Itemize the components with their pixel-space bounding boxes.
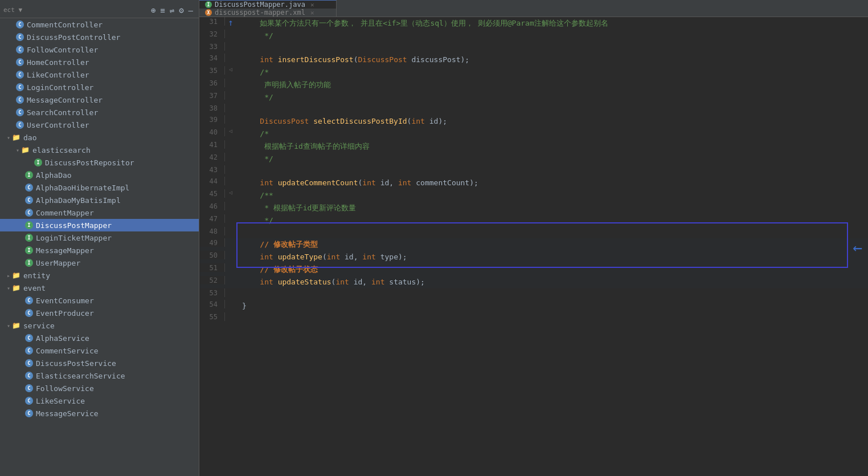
- class-label-followcontroller: FollowController: [27, 46, 98, 54]
- tree-item-commentmapper[interactable]: C CommentMapper: [0, 206, 199, 219]
- file-tree: ect ▼ ⊕ ≡ ⇌ ⚙ — C CommentController C Di…: [0, 0, 199, 476]
- toolbar-btn-settings[interactable]: ⚙: [177, 5, 186, 16]
- folder-elasticsearch[interactable]: ▾ 📁 elasticsearch: [0, 144, 199, 156]
- tree-item-alphadao[interactable]: I AlphaDao: [0, 169, 199, 181]
- line-content-33: [236, 42, 868, 43]
- fold-indicator-40[interactable]: ◁: [229, 128, 232, 134]
- tree-item-usermapper[interactable]: I UserMapper: [0, 257, 199, 269]
- class-icon-likecontroller: C: [16, 71, 24, 79]
- tree-item-commentservice[interactable]: C CommentService: [0, 344, 199, 357]
- class-icon-followservice: C: [25, 384, 33, 392]
- tree-item-loginticketmapper[interactable]: I LoginTicketMapper: [0, 231, 199, 244]
- toolbar-btn-sort[interactable]: ⇌: [167, 5, 177, 16]
- tree-item-discusspostcontroller[interactable]: C DiscussPostController: [0, 31, 199, 43]
- tree-item-followcontroller[interactable]: C FollowController: [0, 43, 199, 56]
- line-row-35: 35◁ /*: [199, 66, 868, 79]
- line-content-34: int insertDiscussPost(DiscussPost discus…: [236, 54, 868, 66]
- tree-item-discusspostmapper[interactable]: I DiscussPostMapper: [0, 219, 199, 231]
- tab-icon-tab1: I: [205, 1, 212, 8]
- tree-item-elasticsearchservice[interactable]: C ElasticsearchService: [0, 369, 199, 382]
- fold-indicator-45[interactable]: ◁: [229, 189, 232, 196]
- line-row-44: 44 int updateCommentCount(int id, int co…: [199, 177, 868, 189]
- folder-icon-dao: 📁: [12, 133, 21, 141]
- tree-item-logincontroller[interactable]: C LoginController: [0, 81, 199, 93]
- toolbar-btn-minimize[interactable]: —: [186, 5, 195, 16]
- class-label-alphadaomybatisimpl: AlphaDaoMyBatisImpl: [36, 196, 121, 205]
- folder-label-dao: dao: [23, 133, 36, 142]
- tree-item-messageservice[interactable]: C MessageService: [0, 407, 199, 420]
- folder-entity[interactable]: ▸ 📁 entity: [0, 269, 199, 282]
- class-label-messagecontroller: MessageController: [27, 96, 103, 104]
- class-icon-messageservice: C: [25, 409, 33, 417]
- folder-arrow-elasticsearch[interactable]: ▾: [16, 147, 19, 153]
- toolbar-btn-add[interactable]: ⊕: [149, 5, 158, 16]
- class-icon-messagemapper: I: [25, 246, 33, 254]
- line-content-54: }: [236, 300, 868, 312]
- folder-icon-event: 📁: [12, 284, 21, 292]
- tab-bar: I DiscussPostMapper.java ✕ X discusspost…: [199, 0, 868, 17]
- folder-arrow-dao[interactable]: ▾: [7, 135, 10, 141]
- tree-item-alphadaomybatisimpl[interactable]: C AlphaDaoMyBatisImpl: [0, 194, 199, 206]
- tree-item-alphaservice[interactable]: C AlphaService: [0, 332, 199, 344]
- tree-item-eventproducer[interactable]: C EventProducer: [0, 307, 199, 319]
- class-icon-discusspostmapper: I: [25, 221, 33, 229]
- tab-tab2[interactable]: X discusspost-mapper.xml ✕: [199, 9, 337, 17]
- tab-close-tab2[interactable]: ✕: [310, 9, 314, 17]
- class-label-homecontroller: HomeController: [27, 58, 89, 67]
- line-gutter-45: ◁: [225, 189, 236, 196]
- line-row-49: 49 // 修改帖子类型: [199, 238, 868, 251]
- fold-indicator-35[interactable]: ◁: [229, 66, 232, 72]
- line-content-44: int updateCommentCount(int id, int comme…: [236, 177, 868, 189]
- line-content-35: /*: [236, 66, 868, 79]
- line-content-37: */: [236, 91, 868, 104]
- tab-close-tab1[interactable]: ✕: [310, 1, 314, 9]
- folder-icon-elasticsearch: 📁: [21, 146, 30, 154]
- folder-service[interactable]: ▾ 📁 service: [0, 319, 199, 332]
- line-number-42: 42: [199, 153, 225, 161]
- tree-item-homecontroller[interactable]: C HomeController: [0, 56, 199, 68]
- line-number-52: 52: [199, 276, 225, 284]
- class-label-elasticsearchservice: ElasticsearchService: [36, 372, 125, 380]
- folder-arrow-service[interactable]: ▾: [7, 323, 10, 329]
- line-gutter-31: ↑: [225, 17, 236, 28]
- class-label-eventconsumer: EventConsumer: [36, 296, 94, 305]
- line-content-41: 根据帖子id查询帖子的详细内容: [236, 140, 868, 153]
- tree-item-messagecontroller[interactable]: C MessageController: [0, 93, 199, 106]
- tree-item-discusspostservice[interactable]: C DiscussPostService: [0, 357, 199, 369]
- line-row-41: 41 根据帖子id查询帖子的详细内容: [199, 140, 868, 153]
- folder-icon-entity: 📁: [12, 271, 21, 279]
- tree-item-messagemapper[interactable]: I MessageMapper: [0, 244, 199, 257]
- folder-label-event: event: [23, 284, 46, 292]
- class-icon-discusspostcontroller: C: [16, 33, 24, 41]
- tree-item-followservice[interactable]: C FollowService: [0, 382, 199, 394]
- tree-item-eventconsumer[interactable]: C EventConsumer: [0, 294, 199, 307]
- tree-item-alphadaohibernateimpl[interactable]: C AlphaDaoHibernateImpl: [0, 181, 199, 194]
- line-row-48: 48: [199, 227, 868, 238]
- class-icon-searchcontroller: C: [16, 108, 24, 116]
- tree-item-usercontroller[interactable]: C UserController: [0, 119, 199, 131]
- folder-dao[interactable]: ▾ 📁 dao: [0, 131, 199, 144]
- class-icon-commentservice: C: [25, 347, 33, 355]
- line-content-47: */: [236, 214, 868, 227]
- line-row-52: 52 int updateStatus(int id, int status);: [199, 276, 868, 288]
- toolbar-btn-list[interactable]: ≡: [158, 5, 167, 16]
- line-row-37: 37 */: [199, 91, 868, 104]
- class-icon-alphadao: I: [25, 171, 33, 179]
- tree-item-likecontroller[interactable]: C LikeController: [0, 68, 199, 81]
- tree-item-searchcontroller[interactable]: C SearchController: [0, 106, 199, 119]
- class-icon-alphadaohibernateimpl: C: [25, 184, 33, 192]
- folder-arrow-entity[interactable]: ▸: [7, 272, 10, 279]
- line-row-31: 31↑ 如果某个方法只有一个参数， 并且在<if>里（动态sql）使用， 则必须…: [199, 17, 868, 30]
- tree-item-likeservice[interactable]: C LikeService: [0, 394, 199, 407]
- tab-tab1[interactable]: I DiscussPostMapper.java ✕: [199, 0, 337, 9]
- line-row-34: 34 int insertDiscussPost(DiscussPost dis…: [199, 54, 868, 66]
- line-content-31: 如果某个方法只有一个参数， 并且在<if>里（动态sql）使用， 则必须用@Pa…: [236, 17, 868, 30]
- class-label-eventproducer: EventProducer: [36, 309, 94, 318]
- tree-item-discusspostrepositor[interactable]: I DiscussPostRepositor: [0, 156, 199, 169]
- tree-item-commentcontroller[interactable]: C CommentController: [0, 18, 199, 31]
- folder-event[interactable]: ▾ 📁 event: [0, 282, 199, 294]
- code-editor[interactable]: 31↑ 如果某个方法只有一个参数， 并且在<if>里（动态sql）使用， 则必须…: [199, 17, 868, 476]
- folder-arrow-event[interactable]: ▾: [7, 285, 10, 291]
- class-icon-discusspostrepositor: I: [34, 158, 42, 166]
- line-row-46: 46 * 根据帖子id更新评论数量: [199, 202, 868, 214]
